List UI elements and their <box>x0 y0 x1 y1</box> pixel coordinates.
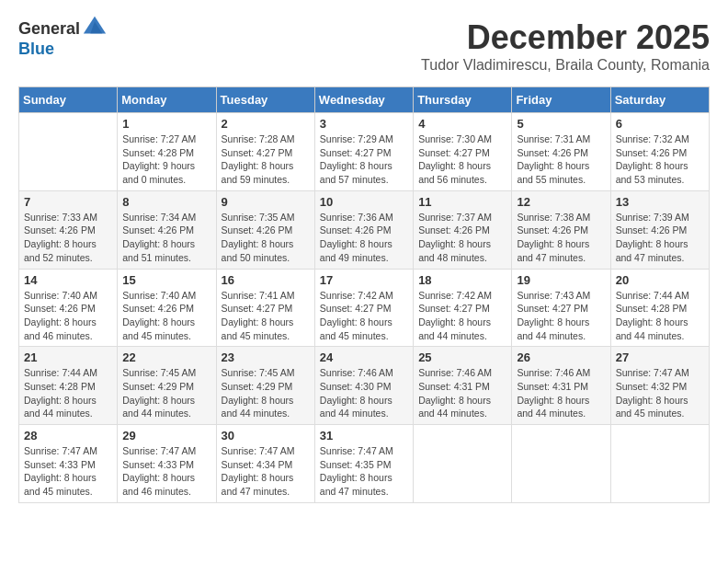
calendar-cell: 3Sunrise: 7:29 AMSunset: 4:27 PMDaylight… <box>314 113 413 191</box>
calendar-cell: 5Sunrise: 7:31 AMSunset: 4:26 PMDaylight… <box>512 113 610 191</box>
day-info: Sunrise: 7:47 AMSunset: 4:32 PMDaylight:… <box>616 366 704 420</box>
day-number: 13 <box>616 195 704 209</box>
day-number: 20 <box>616 273 704 287</box>
day-info: Sunrise: 7:45 AMSunset: 4:29 PMDaylight:… <box>222 366 310 420</box>
calendar-cell: 23Sunrise: 7:45 AMSunset: 4:29 PMDayligh… <box>216 347 314 425</box>
calendar-cell: 22Sunrise: 7:45 AMSunset: 4:29 PMDayligh… <box>118 347 216 425</box>
day-number: 11 <box>418 195 506 209</box>
calendar-week-4: 21Sunrise: 7:44 AMSunset: 4:28 PMDayligh… <box>19 347 710 425</box>
day-info: Sunrise: 7:28 AMSunset: 4:27 PMDaylight:… <box>222 132 310 187</box>
day-info: Sunrise: 7:40 AMSunset: 4:26 PMDaylight:… <box>122 289 210 343</box>
calendar-cell: 26Sunrise: 7:46 AMSunset: 4:31 PMDayligh… <box>512 347 610 425</box>
logo-icon <box>82 15 108 40</box>
calendar-cell <box>610 425 709 503</box>
day-number: 19 <box>517 273 605 287</box>
day-info: Sunrise: 7:44 AMSunset: 4:28 PMDaylight:… <box>616 289 704 343</box>
calendar-cell: 16Sunrise: 7:41 AMSunset: 4:27 PMDayligh… <box>216 269 314 347</box>
day-number: 29 <box>122 429 210 442</box>
day-number: 10 <box>320 195 408 209</box>
day-number: 22 <box>122 350 210 364</box>
day-number: 12 <box>517 195 605 209</box>
day-number: 9 <box>222 195 310 209</box>
location-title: Tudor Vladimirescu, Braila County, Roman… <box>421 57 710 74</box>
day-info: Sunrise: 7:42 AMSunset: 4:27 PMDaylight:… <box>320 289 408 343</box>
day-info: Sunrise: 7:47 AMSunset: 4:33 PMDaylight:… <box>122 444 210 499</box>
calendar-week-5: 28Sunrise: 7:47 AMSunset: 4:33 PMDayligh… <box>19 425 710 503</box>
day-number: 25 <box>418 350 506 364</box>
day-number: 28 <box>24 429 112 442</box>
day-number: 23 <box>222 350 310 364</box>
day-number: 27 <box>616 350 704 364</box>
calendar-table: SundayMondayTuesdayWednesdayThursdayFrid… <box>18 86 710 503</box>
day-info: Sunrise: 7:46 AMSunset: 4:31 PMDaylight:… <box>517 366 605 420</box>
calendar-cell: 9Sunrise: 7:35 AMSunset: 4:26 PMDaylight… <box>216 190 314 269</box>
day-number: 17 <box>320 273 408 287</box>
logo-general: General <box>18 20 80 39</box>
day-number: 8 <box>122 195 210 209</box>
day-info: Sunrise: 7:42 AMSunset: 4:27 PMDaylight:… <box>418 289 506 343</box>
calendar-cell: 8Sunrise: 7:34 AMSunset: 4:26 PMDaylight… <box>118 190 216 269</box>
calendar-cell: 7Sunrise: 7:33 AMSunset: 4:26 PMDaylight… <box>19 190 118 269</box>
calendar-cell: 2Sunrise: 7:28 AMSunset: 4:27 PMDaylight… <box>216 113 314 191</box>
calendar-cell: 19Sunrise: 7:43 AMSunset: 4:27 PMDayligh… <box>512 269 610 347</box>
day-info: Sunrise: 7:47 AMSunset: 4:35 PMDaylight:… <box>320 444 408 499</box>
day-number: 31 <box>320 429 408 442</box>
calendar-header: SundayMondayTuesdayWednesdayThursdayFrid… <box>19 87 710 113</box>
calendar-cell: 11Sunrise: 7:37 AMSunset: 4:26 PMDayligh… <box>414 190 512 269</box>
day-number: 15 <box>122 273 210 287</box>
calendar-cell: 1Sunrise: 7:27 AMSunset: 4:28 PMDaylight… <box>118 113 216 191</box>
header-thursday: Thursday <box>414 87 512 113</box>
calendar-cell <box>19 113 118 191</box>
day-number: 1 <box>122 117 210 131</box>
month-title: December 2025 <box>421 18 710 57</box>
day-number: 7 <box>24 195 112 209</box>
header-monday: Monday <box>118 87 216 113</box>
calendar-cell: 20Sunrise: 7:44 AMSunset: 4:28 PMDayligh… <box>610 269 709 347</box>
day-info: Sunrise: 7:27 AMSunset: 4:28 PMDaylight:… <box>122 132 210 187</box>
calendar-cell: 4Sunrise: 7:30 AMSunset: 4:27 PMDaylight… <box>414 113 512 191</box>
calendar-cell: 21Sunrise: 7:44 AMSunset: 4:28 PMDayligh… <box>19 347 118 425</box>
day-info: Sunrise: 7:46 AMSunset: 4:30 PMDaylight:… <box>320 366 408 420</box>
day-info: Sunrise: 7:44 AMSunset: 4:28 PMDaylight:… <box>24 366 112 420</box>
header-saturday: Saturday <box>610 87 709 113</box>
header-tuesday: Tuesday <box>216 87 314 113</box>
calendar-week-1: 1Sunrise: 7:27 AMSunset: 4:28 PMDaylight… <box>19 113 710 191</box>
day-number: 24 <box>320 350 408 364</box>
day-info: Sunrise: 7:37 AMSunset: 4:26 PMDaylight:… <box>418 211 506 265</box>
calendar-cell: 24Sunrise: 7:46 AMSunset: 4:30 PMDayligh… <box>314 347 413 425</box>
calendar-week-2: 7Sunrise: 7:33 AMSunset: 4:26 PMDaylight… <box>19 190 710 269</box>
day-number: 21 <box>24 350 112 364</box>
day-info: Sunrise: 7:41 AMSunset: 4:27 PMDaylight:… <box>222 289 310 343</box>
day-info: Sunrise: 7:31 AMSunset: 4:26 PMDaylight:… <box>517 132 605 187</box>
day-number: 18 <box>418 273 506 287</box>
day-info: Sunrise: 7:34 AMSunset: 4:26 PMDaylight:… <box>122 211 210 265</box>
day-info: Sunrise: 7:38 AMSunset: 4:26 PMDaylight:… <box>517 211 605 265</box>
logo-blue: Blue <box>18 40 54 58</box>
day-info: Sunrise: 7:32 AMSunset: 4:26 PMDaylight:… <box>616 132 704 187</box>
calendar-cell: 25Sunrise: 7:46 AMSunset: 4:31 PMDayligh… <box>414 347 512 425</box>
calendar-cell: 31Sunrise: 7:47 AMSunset: 4:35 PMDayligh… <box>314 425 413 503</box>
day-number: 3 <box>320 117 408 131</box>
calendar-cell: 28Sunrise: 7:47 AMSunset: 4:33 PMDayligh… <box>19 425 118 503</box>
calendar-cell: 18Sunrise: 7:42 AMSunset: 4:27 PMDayligh… <box>414 269 512 347</box>
title-section: December 2025 Tudor Vladimirescu, Braila… <box>421 18 710 83</box>
day-number: 5 <box>517 117 605 131</box>
calendar-cell: 6Sunrise: 7:32 AMSunset: 4:26 PMDaylight… <box>610 113 709 191</box>
calendar-cell: 12Sunrise: 7:38 AMSunset: 4:26 PMDayligh… <box>512 190 610 269</box>
calendar-cell: 15Sunrise: 7:40 AMSunset: 4:26 PMDayligh… <box>118 269 216 347</box>
calendar-cell: 14Sunrise: 7:40 AMSunset: 4:26 PMDayligh… <box>19 269 118 347</box>
calendar-cell <box>414 425 512 503</box>
day-info: Sunrise: 7:40 AMSunset: 4:26 PMDaylight:… <box>24 289 112 343</box>
day-info: Sunrise: 7:33 AMSunset: 4:26 PMDaylight:… <box>24 211 112 265</box>
header-friday: Friday <box>512 87 610 113</box>
day-info: Sunrise: 7:45 AMSunset: 4:29 PMDaylight:… <box>122 366 210 420</box>
day-info: Sunrise: 7:29 AMSunset: 4:27 PMDaylight:… <box>320 132 408 187</box>
calendar-cell: 27Sunrise: 7:47 AMSunset: 4:32 PMDayligh… <box>610 347 709 425</box>
calendar-cell: 10Sunrise: 7:36 AMSunset: 4:26 PMDayligh… <box>314 190 413 269</box>
day-info: Sunrise: 7:43 AMSunset: 4:27 PMDaylight:… <box>517 289 605 343</box>
calendar-cell: 17Sunrise: 7:42 AMSunset: 4:27 PMDayligh… <box>314 269 413 347</box>
day-number: 6 <box>616 117 704 131</box>
day-info: Sunrise: 7:35 AMSunset: 4:26 PMDaylight:… <box>222 211 310 265</box>
calendar-cell <box>512 425 610 503</box>
calendar-cell: 30Sunrise: 7:47 AMSunset: 4:34 PMDayligh… <box>216 425 314 503</box>
